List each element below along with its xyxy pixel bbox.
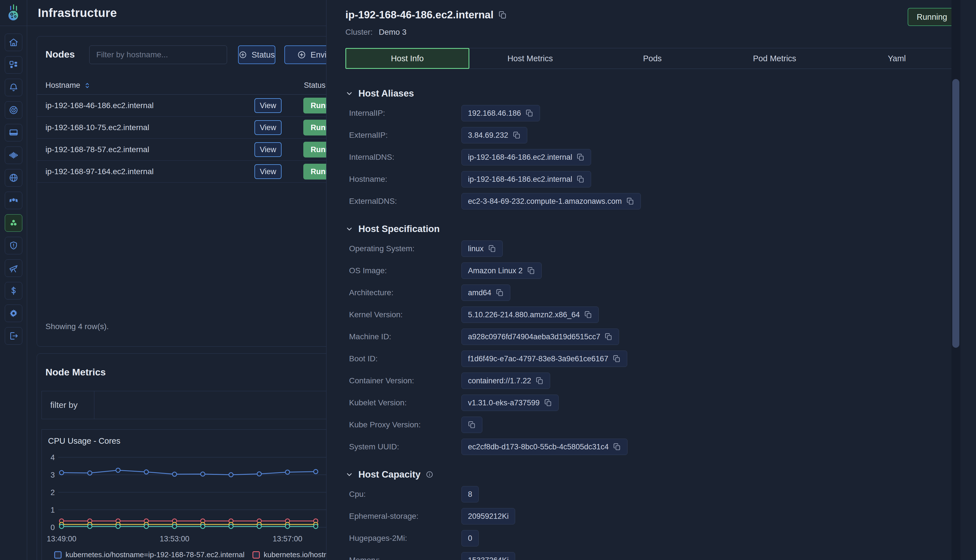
copy-icon[interactable] [626,197,634,205]
node-status-badge: Running [303,120,326,135]
field-value: amd64 [468,288,491,297]
metrics-filter-input[interactable] [94,391,326,419]
copy-icon[interactable] [577,153,585,161]
page-header: Infrastructure [27,0,326,26]
sidebar-item-shield[interactable] [5,237,22,254]
chevron-down-icon[interactable] [345,470,353,478]
scrollbar-track[interactable] [951,0,961,560]
field-label: ExternalDNS: [349,197,461,206]
sidebar-item-telescope[interactable] [5,259,22,277]
section-header: Host Capacity [345,466,951,483]
sidebar-item-globe[interactable] [5,169,22,187]
field-value: ip-192-168-46-186.ec2.internal [468,175,572,184]
field-row: ExternalDNS:ec2-3-84-69-232.compute-1.am… [345,190,951,212]
field-label: System UUID: [349,442,461,451]
copy-icon[interactable] [584,311,592,319]
copy-icon[interactable] [536,377,544,385]
chevron-down-icon[interactable] [345,225,353,233]
tab-host-info[interactable]: Host Info [345,48,469,69]
legend-item[interactable]: kubernetes.io/hostname=ip-192-168-78-57.… [54,550,245,559]
hostname-filter-input[interactable] [89,45,227,64]
svg-text:1: 1 [50,506,55,514]
node-detail-panel: ip-192-168-46-186.ec2.internal Running C… [326,0,976,560]
plus-circle-icon [297,50,306,59]
tab-host-metrics[interactable]: Host Metrics [469,48,591,68]
copy-icon[interactable] [499,11,507,19]
sidebar-item-cubes[interactable] [5,214,22,232]
copy-icon[interactable] [577,175,585,183]
view-node-button[interactable]: View [254,142,282,157]
sidebar-item-dollar[interactable] [5,282,22,300]
node-title: ip-192-168-46-186.ec2.internal [345,9,493,21]
sidebar-item-waveform[interactable] [5,147,22,164]
environment-filter-button[interactable]: Environment [284,45,326,64]
copy-icon[interactable] [613,443,621,451]
rows-count-text: Showing 4 row(s). [45,322,109,331]
field-row: System UUID:ec2cf8db-d173-8bc0-55cb-4c58… [345,436,951,458]
view-node-button[interactable]: View [254,98,282,113]
field-value-box: containerd://1.7.22 [461,373,550,389]
field-label: Kube Proxy Version: [349,420,461,429]
view-node-button[interactable]: View [254,164,282,179]
field-value: 20959212Ki [468,512,509,521]
legend-item[interactable]: kubernetes.io/hostname=ip-192-168-97-164… [252,550,326,559]
sidebar-item-bell[interactable] [5,79,22,96]
cluster-row: Cluster: Demo 3 [345,28,406,37]
field-row: Memory:15337264Ki [345,549,951,560]
node-status-badge: Running [908,8,956,26]
tab-pods[interactable]: Pods [591,48,714,68]
copy-icon[interactable] [605,333,612,341]
copy-icon[interactable] [496,289,504,297]
copy-icon[interactable] [513,131,521,139]
node-metrics-panel: Node Metrics filter by CPU Usage - Cores… [37,353,326,560]
field-label: Hostname: [349,175,461,184]
node-hostname: ip-192-168-78-57.ec2.internal [45,138,149,161]
copy-icon[interactable] [468,421,476,429]
field-row: Architecture:amd64 [345,282,951,304]
field-value: 8 [468,490,472,499]
sidebar-item-terminal[interactable] [5,124,22,142]
app-logo[interactable] [0,0,27,26]
sidebar-item-gear[interactable] [5,305,22,322]
field-label: Architecture: [349,288,461,297]
field-label: Operating System: [349,244,461,253]
nodes-table-header: Hostname Status [37,79,326,95]
view-node-button[interactable]: View [254,120,282,135]
field-row: Cpu:8 [345,483,951,505]
chart-legend: kubernetes.io/hostname=ip-192-168-78-57.… [54,550,326,560]
home-icon [8,37,18,47]
sidebar-item-logout[interactable] [5,327,22,345]
tab-pod-metrics[interactable]: Pod Metrics [713,48,836,68]
hostname-column-header: Hostname [45,81,91,90]
field-value-box: 8 [461,486,479,502]
copy-icon[interactable] [527,267,535,275]
metrics-filter-bar: filter by [42,391,326,419]
info-icon[interactable] [425,470,434,478]
field-value: ec2-3-84-69-232.compute-1.amazonaws.com [468,197,622,206]
field-label: Container Version: [349,376,461,385]
svg-text:4: 4 [50,453,55,462]
copy-icon[interactable] [613,355,621,363]
copy-icon[interactable] [544,399,552,407]
field-row: Container Version:containerd://1.7.22 [345,370,951,392]
node-status-badge: Running [303,142,326,158]
sidebar-item-home[interactable] [5,33,22,51]
sidebar-item-satellite[interactable] [5,192,22,209]
chevron-down-icon[interactable] [345,90,353,97]
sidebar-item-apps[interactable] [5,56,22,74]
field-value-box: ip-192-168-46-186.ec2.internal [461,171,591,187]
sort-icon[interactable] [83,82,91,89]
copy-icon[interactable] [488,245,496,253]
field-value: 192.168.46.186 [468,109,521,118]
node-table-row: ip-192-168-10-75.ec2.internalViewRunning [37,117,326,138]
scrollbar-thumb[interactable] [952,79,959,348]
sidebar-item-radar[interactable] [5,101,22,119]
status-filter-button[interactable]: Status [238,45,275,64]
legend-label: kubernetes.io/hostname=ip-192-168-78-57.… [65,550,245,559]
copy-icon[interactable] [526,109,534,117]
tab-yaml[interactable]: Yaml [836,48,958,68]
field-row: Kube Proxy Version: [345,414,951,436]
bell-icon [8,82,18,93]
field-label: Boot ID: [349,354,461,363]
detail-tabs: Host InfoHost MetricsPodsPod MetricsYaml [345,48,958,69]
